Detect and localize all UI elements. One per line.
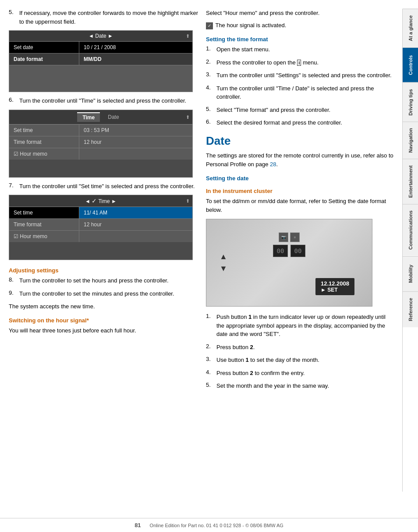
hour-signal-label: The hour signal is activated. <box>215 22 286 29</box>
check-icon-2: ☑ <box>14 233 18 239</box>
menu-cell-set-date-value: 10 / 21 / 2008 <box>79 42 192 53</box>
step-9-num: 9. <box>9 289 17 298</box>
sidebar-tab-entertainment[interactable]: Entertainment <box>403 159 418 204</box>
cs-step-5-text: Set the month and the year in the same w… <box>216 382 393 390</box>
step-5: 5. If necessary, move the controller for… <box>9 9 202 26</box>
instrument-cluster-text: To set the dd/mm or mm/dd date format, r… <box>206 197 393 214</box>
menu-row-date-format: Date format MM/DD <box>9 54 192 65</box>
sidebar-tab-reference[interactable]: Reference <box>403 291 418 327</box>
menu-box-1-container: ◄ Date ► ⬆ Set date 10 / 21 / 2008 Date … <box>9 30 202 92</box>
cs-step-1-num: 1. <box>206 313 214 339</box>
cluster-set-text: ► SET <box>321 287 349 293</box>
cs-step-2-num: 2. <box>206 343 214 352</box>
sidebar-tab-communications[interactable]: Communications <box>403 204 418 256</box>
menu-box-time-header: Time Date ⬆ <box>9 110 192 125</box>
step-8-text: Turn the controller to set the hours and… <box>19 276 202 285</box>
tf-step-4-text: Turn the controller until "Time / Date" … <box>216 84 393 101</box>
main-body: 5. If necessary, move the controller for… <box>0 0 418 500</box>
cs-step-2-text: Press button 2. <box>216 343 393 352</box>
step-6-num: 6. <box>9 96 17 105</box>
switching-text: You will hear three tones just before ea… <box>9 326 202 335</box>
menu-box-set-time-header: ◄ ✓ Time ► ⬆ <box>9 195 192 207</box>
cs-step-4-num: 4. <box>206 369 214 378</box>
step-5-num: 5. <box>9 9 17 26</box>
hour-signal-text: ✓ The hour signal is activated. <box>206 21 393 30</box>
menu-cell-hour-memo-label: ☑ Hour memo <box>9 148 79 160</box>
menu-date-header-text: ◄ Date ► <box>89 33 113 39</box>
tf-step-4-num: 4. <box>206 84 214 101</box>
digital-box-left: 00 <box>273 245 288 257</box>
menu-scroll-icon: ⬆ <box>186 33 190 39</box>
menu-box-time: Time Date ⬆ Set time 03 : 53 PM Time for… <box>9 110 193 178</box>
menu-box-date: ◄ Date ► ⬆ Set date 10 / 21 / 2008 Date … <box>9 30 193 92</box>
menu-row-set-time-2: Set time 11/ 41 AM <box>9 207 192 219</box>
arrow-up-icon: ▲ <box>220 252 227 261</box>
sidebar-tab-controls[interactable]: Controls <box>403 47 418 82</box>
menu-cell-set-date-label: Set date <box>9 42 79 53</box>
cs-step-2: 2. Press button 2. <box>206 343 393 352</box>
menu-cell-set-time-value: 03 : 53 PM <box>79 125 192 136</box>
step-6: 6. Turn the controller until "Time" is s… <box>9 96 202 105</box>
cs-step-1: 1. Push button 1 in the turn indicator l… <box>206 313 393 339</box>
cs-step-4-text: Press button 2 to confirm the entry. <box>216 369 393 378</box>
digital-digits-right: 00 <box>294 247 302 254</box>
cluster-arrows-left: ▲ ▼ <box>220 252 227 273</box>
cs-step-1-text: Push button 1 in the turn indicator leve… <box>216 313 393 339</box>
menu-cell-set-time-label: Set time <box>9 125 79 136</box>
tf-step-3: 3. Turn the controller until "Settings" … <box>206 71 393 80</box>
sidebar-tab-driving-tips[interactable]: Driving tips <box>403 82 418 122</box>
step-7-text: Turn the controller until "Set time" is … <box>19 182 202 191</box>
tab-time-active[interactable]: Time <box>77 112 100 122</box>
tf-step-4: 4. Turn the controller until "Time / Dat… <box>206 84 393 101</box>
instrument-cluster-heading: In the instrument cluster <box>206 188 393 194</box>
page-wrapper: 5. If necessary, move the controller for… <box>0 0 418 532</box>
menu-row-set-time: Set time 03 : 53 PM <box>9 125 192 136</box>
tf-step-2-num: 2. <box>206 58 214 67</box>
page-ref-link[interactable]: 28 <box>270 161 276 168</box>
step-8: 8. Turn the controller to set the hours … <box>9 276 202 285</box>
cluster-bg: ▲ ▼ 📷 ≡ <box>206 219 372 306</box>
menu-box-3-container: ◄ ✓ Time ► ⬆ Set time 11/ 41 AM Time for… <box>9 195 202 260</box>
i-menu-icon: i <box>297 60 301 66</box>
tf-step-2: 2. Press the controller to open the i me… <box>206 58 393 67</box>
menu-cell-set-time-2-value: 11/ 41 AM <box>79 207 192 218</box>
select-hour-memo: Select "Hour memo" and press the control… <box>206 9 393 18</box>
switching-heading: Switching on the hour signal* <box>9 317 202 324</box>
step-5-text: If necessary, move the controller forwar… <box>19 9 202 26</box>
digital-digits-left: 00 <box>277 247 284 254</box>
menu-row-time-format: Time format 12 hour <box>9 136 192 148</box>
cs-step-3-text: Use button 1 to set the day of the month… <box>216 356 393 364</box>
menu-row-hour-memo: ☑ Hour memo <box>9 148 192 160</box>
tf-step-3-num: 3. <box>206 71 214 80</box>
tab-date-inactive[interactable]: Date <box>103 113 124 121</box>
tf-step-1-num: 1. <box>206 45 214 54</box>
cs-step-5-num: 5. <box>206 382 214 390</box>
cluster-center-indicators: 📷 ≡ 00 <box>273 232 305 257</box>
menu-set-time-header-text: ◄ ✓ Time ► <box>85 197 117 204</box>
sidebar-tab-mobility[interactable]: Mobility <box>403 256 418 291</box>
tf-step-1-text: Open the start menu. <box>216 45 393 54</box>
cluster-date-text: 12.12.2008 <box>321 280 349 287</box>
menu-box-set-time: ◄ ✓ Time ► ⬆ Set time 11/ 41 AM Time for… <box>9 195 193 260</box>
accepts-text: The system accepts the new time. <box>9 302 202 311</box>
tf-step-5-text: Select "Time format" and press the contr… <box>216 106 393 114</box>
menu-row-time-format-2: Time format 12 hour <box>9 219 192 231</box>
left-column: 5. If necessary, move the controller for… <box>9 9 202 492</box>
content-area: 5. If necessary, move the controller for… <box>0 0 418 518</box>
menu-side-tab-2 <box>192 110 193 177</box>
sidebar-tab-at-a-glance[interactable]: At a glance <box>403 9 418 47</box>
date-body: The settings are stored for the remote c… <box>206 151 393 169</box>
step-7-num: 7. <box>9 182 17 191</box>
menu-box-2-container: Time Date ⬆ Set time 03 : 53 PM Time for… <box>9 110 202 178</box>
menu-cell-time-format-label: Time format <box>9 136 79 148</box>
step-9: 9. Turn the controller to set the minute… <box>9 289 202 298</box>
menu-cell-hour-memo-2-label: ☑ Hour memo <box>9 231 79 242</box>
check-icon-1: ☑ <box>14 151 18 157</box>
symbol-box-left: 📷 <box>279 232 288 242</box>
step-6-text: Turn the controller until "Time" is sele… <box>19 96 202 105</box>
cs-step-3: 3. Use button 1 to set the day of the mo… <box>206 356 393 364</box>
sidebar-tab-navigation[interactable]: Navigation <box>403 121 418 159</box>
step-8-num: 8. <box>9 276 17 285</box>
symbol-box-right: ≡ <box>290 232 300 242</box>
menu-cell-time-format-2-value: 12 hour <box>79 219 192 230</box>
